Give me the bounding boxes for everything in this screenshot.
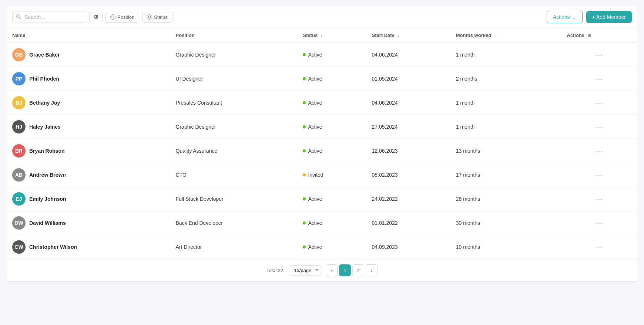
- row-actions-button[interactable]: ···: [567, 75, 632, 83]
- member-name-cell: GB Grace Baker: [6, 43, 170, 67]
- member-position-cell: Graphic Designer: [170, 115, 297, 139]
- col-header-status[interactable]: Status ↓: [297, 28, 366, 43]
- member-actions-cell: ···: [561, 211, 638, 235]
- member-actions-cell: ···: [561, 67, 638, 91]
- row-actions-button[interactable]: ···: [567, 99, 632, 107]
- member-position-cell: Back End Developer: [170, 211, 297, 235]
- member-actions-cell: ···: [561, 43, 638, 67]
- member-name: Phil Phoden: [29, 76, 59, 82]
- member-position: Quality Assurance: [176, 148, 218, 154]
- avatar: PP: [12, 72, 26, 85]
- status-label: Active: [308, 124, 322, 130]
- member-months-worked-cell: 10 months: [450, 235, 561, 259]
- member-months-worked-cell: 2 months: [450, 67, 561, 91]
- status-filter-button[interactable]: Status: [142, 12, 172, 23]
- row-actions-button[interactable]: ···: [567, 147, 632, 155]
- member-months-worked: 10 months: [456, 244, 480, 250]
- member-months-worked: 1 month: [456, 52, 475, 58]
- table-row: PP Phil Phoden UI Designer Active 01.05.…: [6, 67, 638, 91]
- search-input[interactable]: [12, 11, 86, 23]
- member-months-worked-cell: 1 month: [450, 91, 561, 115]
- members-table-page: Position Status Actions ⌄ + Add Member N…: [6, 6, 638, 282]
- table-row: EJ Emily Johnson Full Stack Developer Ac…: [6, 187, 638, 211]
- actions-button[interactable]: Actions ⌄: [547, 11, 583, 23]
- member-position: Presales Consultant: [176, 100, 222, 106]
- member-start-date: 27.05.2024: [372, 124, 398, 130]
- member-months-worked-cell: 28 months: [450, 187, 561, 211]
- member-months-worked: 28 months: [456, 196, 480, 202]
- member-name-cell: CW Christopher Wilson: [6, 235, 170, 259]
- col-header-name[interactable]: Name ↓: [6, 28, 170, 43]
- member-start-date: 08.02.2023: [372, 172, 398, 178]
- member-actions-cell: ···: [561, 163, 638, 187]
- member-start-date-cell: 04.06.2024: [366, 91, 450, 115]
- member-status-cell: Invited: [297, 163, 366, 187]
- actions-col-icon: ⊞: [587, 33, 591, 38]
- member-name-cell: DW David Williams: [6, 211, 170, 235]
- member-position-cell: UI Designer: [170, 67, 297, 91]
- member-actions-cell: ···: [561, 91, 638, 115]
- member-position-cell: Graphic Designer: [170, 43, 297, 67]
- status-label: Active: [308, 148, 322, 154]
- member-status-cell: Active: [297, 67, 366, 91]
- status-dot: [303, 125, 306, 128]
- next-page-button[interactable]: ›: [366, 264, 378, 276]
- start-date-sort-icon: ↓: [398, 33, 400, 38]
- col-header-months-worked[interactable]: Months worked ↓: [450, 28, 561, 43]
- table-row: AB Andrew Brown CTO Invited 08.02.2023 1…: [6, 163, 638, 187]
- prev-page-button[interactable]: ‹: [326, 264, 338, 276]
- row-actions-button[interactable]: ···: [567, 219, 632, 227]
- col-header-start-date[interactable]: Start Date ↓: [366, 28, 450, 43]
- avatar: DW: [12, 216, 26, 230]
- page-size-select[interactable]: 10/page 15/page 20/page 50/page: [290, 265, 322, 275]
- member-months-worked: 17 months: [456, 172, 480, 178]
- name-sort-icon: ↓: [28, 33, 30, 38]
- col-actions-label: Actions: [567, 33, 584, 38]
- add-member-button-label: + Add Member: [592, 14, 626, 20]
- member-actions-cell: ···: [561, 187, 638, 211]
- member-actions-cell: ···: [561, 235, 638, 259]
- status-dot: [303, 173, 306, 176]
- member-months-worked: 30 months: [456, 220, 480, 226]
- member-name-cell: AB Andrew Brown: [6, 163, 170, 187]
- member-position: Full Stack Developer: [176, 196, 224, 202]
- col-start-date-label: Start Date: [372, 33, 394, 38]
- page-button-2[interactable]: 2: [352, 264, 364, 276]
- avatar: EJ: [12, 192, 26, 206]
- refresh-button[interactable]: [89, 12, 103, 22]
- status-dot: [303, 246, 306, 248]
- actions-button-label: Actions: [553, 14, 570, 20]
- row-actions-button[interactable]: ···: [567, 195, 632, 203]
- member-status-cell: Active: [297, 91, 366, 115]
- table-body: GB Grace Baker Graphic Designer Active 0…: [6, 43, 638, 259]
- table-row: CW Christopher Wilson Art Director Activ…: [6, 235, 638, 259]
- member-name: Christopher Wilson: [29, 244, 77, 250]
- member-position: CTO: [176, 172, 187, 178]
- member-status-cell: Active: [297, 115, 366, 139]
- status-dot: [303, 221, 306, 224]
- member-months-worked: 2 months: [456, 76, 477, 82]
- member-name: Bryan Robson: [29, 148, 65, 154]
- member-name-cell: BR Bryan Robson: [6, 139, 170, 163]
- table-row: HJ Haley James Graphic Designer Active 2…: [6, 115, 638, 139]
- member-position-cell: Presales Consultant: [170, 91, 297, 115]
- member-name-cell: EJ Emily Johnson: [6, 187, 170, 211]
- position-filter-button[interactable]: Position: [105, 12, 139, 23]
- row-actions-button[interactable]: ···: [567, 51, 632, 59]
- member-months-worked-cell: 13 months: [450, 139, 561, 163]
- status-label: Invited: [308, 172, 323, 178]
- add-member-button[interactable]: + Add Member: [586, 11, 632, 23]
- row-actions-button[interactable]: ···: [567, 171, 632, 179]
- row-actions-button[interactable]: ···: [567, 123, 632, 131]
- avatar: AB: [12, 168, 26, 182]
- avatar: CW: [12, 240, 26, 254]
- member-months-worked: 1 month: [456, 100, 475, 106]
- pagination: ‹ 1 2 ›: [326, 264, 378, 276]
- row-actions-button[interactable]: ···: [567, 243, 632, 251]
- header-row: Name ↓ Position Status ↓ Start Date ↓ Mo…: [6, 28, 638, 43]
- member-start-date: 04.06.2024: [372, 100, 398, 106]
- page-button-1[interactable]: 1: [339, 264, 351, 276]
- table-row: BJ Bethany Joy Presales Consultant Activ…: [6, 91, 638, 115]
- table-header: Name ↓ Position Status ↓ Start Date ↓ Mo…: [6, 28, 638, 43]
- status-dot: [303, 77, 306, 80]
